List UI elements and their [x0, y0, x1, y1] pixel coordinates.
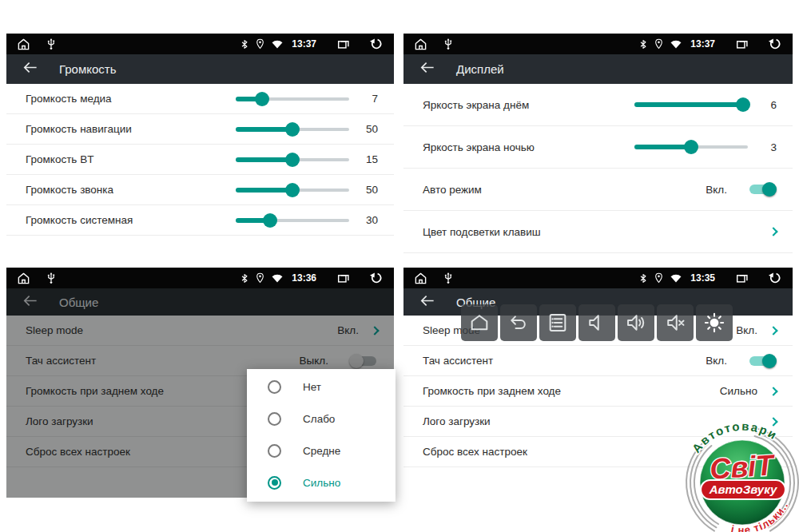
night-brightness-slider[interactable]	[634, 140, 748, 154]
back-icon[interactable]	[768, 38, 782, 50]
recents-icon[interactable]	[337, 38, 350, 50]
setting-row-bt-volume[interactable]: Громкость BT 15	[6, 145, 394, 175]
status-bar: 13:37	[6, 34, 394, 54]
back-icon[interactable]	[369, 272, 384, 284]
setting-value: 3	[756, 141, 777, 153]
location-icon	[256, 38, 264, 50]
setting-row-touch-assistant[interactable]: Тач ассистент Вкл.	[403, 346, 793, 376]
home-icon	[468, 312, 491, 334]
setting-value: 50	[357, 184, 378, 196]
back-icon[interactable]	[768, 272, 782, 284]
setting-label: Громкость навигации	[26, 123, 229, 135]
slider-thumb[interactable]	[736, 97, 750, 112]
auto-mode-toggle[interactable]	[748, 181, 777, 197]
location-icon	[654, 38, 663, 50]
setting-label: Яркость экрана ночью	[423, 141, 628, 153]
setting-label: Громкость звонка	[26, 184, 229, 196]
dialog-option-weak[interactable]: Слабо	[247, 403, 396, 435]
system-volume-slider[interactable]	[236, 213, 349, 228]
day-brightness-slider[interactable]	[634, 97, 748, 112]
setting-row-key-backlight-color[interactable]: Цвет подсветки клавиш	[403, 211, 793, 253]
toolbar-list-button[interactable]	[539, 304, 576, 341]
back-arrow-icon[interactable]	[420, 62, 435, 77]
general-settings-screen: 13:35 Общие Sleep mode Вкл. Тач ассистен…	[403, 268, 793, 532]
dialog-option-strong[interactable]: Сильно	[247, 466, 396, 498]
home-icon[interactable]	[17, 272, 30, 284]
radio-icon[interactable]	[268, 476, 281, 490]
slider-thumb[interactable]	[263, 213, 277, 228]
volume-settings-screen: 13:37 Громкость Громкость медиа 7 Громко…	[6, 34, 394, 237]
clock: 13:37	[690, 38, 715, 50]
setting-label: Тач ассистент	[423, 355, 706, 367]
slider-fill	[236, 127, 292, 132]
setting-label: Авто режим	[423, 184, 706, 196]
chevron-right-icon	[769, 326, 777, 335]
dialog-option-label: Нет	[303, 381, 321, 393]
toolbar-brightness-button[interactable]	[696, 304, 733, 341]
setting-row-night-brightness[interactable]: Яркость экрана ночью 3	[403, 126, 793, 169]
setting-row-media-volume[interactable]: Громкость медиа 7	[6, 84, 394, 114]
setting-label: Громкость BT	[26, 153, 229, 165]
toolbar-volume-up-button[interactable]	[618, 304, 654, 341]
setting-row-nav-volume[interactable]: Громкость навигации 50	[6, 114, 394, 145]
setting-row-system-volume[interactable]: Громкость системная 30	[6, 205, 394, 236]
nav-volume-slider[interactable]	[236, 122, 349, 137]
back-arrow-icon[interactable]	[420, 295, 435, 310]
clock: 13:35	[690, 272, 715, 284]
recents-icon[interactable]	[736, 38, 749, 50]
slider-fill	[236, 188, 292, 193]
recents-icon[interactable]	[736, 272, 749, 284]
home-icon[interactable]	[17, 38, 30, 50]
slider-fill	[634, 145, 691, 149]
dialog-option-label: Сильно	[303, 477, 340, 489]
slider-thumb[interactable]	[285, 122, 300, 137]
setting-label: Громкость при заднем ходе	[423, 385, 720, 397]
app-bar: Дисплей	[403, 54, 793, 84]
recents-icon[interactable]	[337, 272, 350, 284]
back-icon[interactable]	[369, 38, 384, 50]
slider-thumb[interactable]	[684, 140, 698, 154]
setting-row-auto-mode[interactable]: Авто режим Вкл.	[403, 169, 793, 211]
toolbar-mute-button[interactable]	[657, 304, 694, 341]
home-icon[interactable]	[414, 38, 427, 50]
home-icon[interactable]	[414, 272, 427, 284]
dialog-option-none[interactable]: Нет	[247, 371, 396, 403]
ring-volume-slider[interactable]	[236, 183, 349, 197]
setting-label: Громкость медиа	[26, 93, 229, 105]
general-settings-screen-dimmed: 13:36 Общие Sleep mode Вкл. Тач ассистен…	[6, 268, 394, 532]
bt-volume-slider[interactable]	[236, 153, 349, 167]
setting-value: 7	[357, 93, 378, 105]
usb-icon	[47, 38, 55, 50]
slider-thumb[interactable]	[255, 92, 269, 106]
page-title: Громкость	[59, 62, 117, 76]
radio-icon[interactable]	[268, 444, 281, 458]
toolbar-back-button[interactable]	[500, 304, 537, 341]
back-arrow-icon[interactable]	[23, 62, 38, 77]
radio-icon[interactable]	[268, 380, 281, 394]
logo-ribbon-text: АвтоЗвуку	[709, 482, 777, 496]
setting-value: 50	[357, 123, 378, 135]
wifi-icon	[272, 40, 283, 49]
media-volume-slider[interactable]	[236, 92, 349, 106]
touch-assistant-toggle[interactable]	[748, 353, 777, 369]
dialog-option-medium[interactable]: Средне	[247, 435, 396, 466]
display-settings-screen: 13:37 Дисплей Яркость экрана днём 6 Ярко…	[403, 34, 793, 255]
floating-nav-toolbar	[461, 304, 733, 341]
toolbar-volume-down-button[interactable]	[578, 304, 615, 341]
slider-thumb[interactable]	[285, 153, 300, 167]
toggle-thumb[interactable]	[762, 354, 777, 368]
chevron-right-icon	[769, 387, 777, 395]
setting-label: Громкость системная	[26, 214, 229, 226]
radio-icon[interactable]	[268, 412, 281, 426]
slider-thumb[interactable]	[285, 183, 300, 197]
page-title: Дисплей	[456, 62, 504, 76]
list-icon	[547, 312, 569, 334]
setting-row-ring-volume[interactable]: Громкость звонка 50	[6, 175, 394, 205]
clock: 13:37	[292, 38, 316, 50]
toggle-thumb[interactable]	[762, 182, 777, 197]
toolbar-home-button[interactable]	[461, 304, 498, 341]
setting-row-day-brightness[interactable]: Яркость экрана днём 6	[403, 84, 793, 126]
wifi-icon	[272, 274, 283, 283]
location-icon	[654, 272, 663, 284]
setting-row-reverse-volume[interactable]: Громкость при заднем ходе Сильно	[403, 376, 793, 407]
